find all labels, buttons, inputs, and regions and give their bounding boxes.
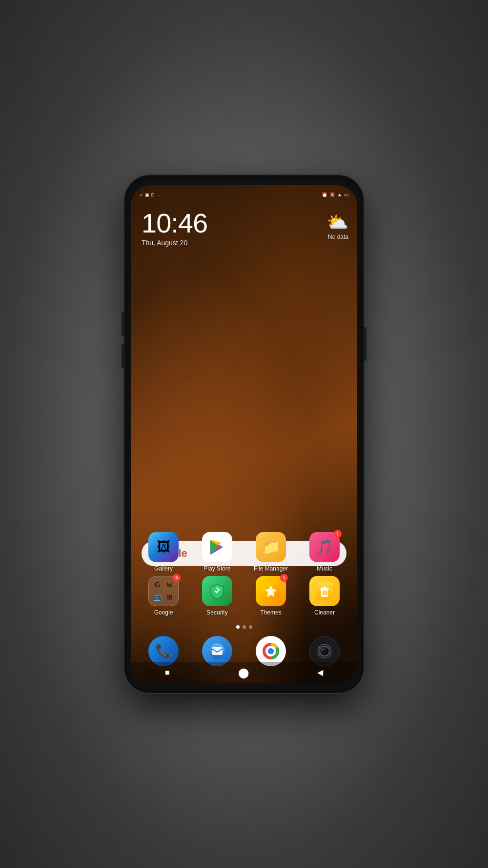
clock-area: 10:46 Thu, August 20 <box>142 210 207 247</box>
svg-rect-10 <box>212 647 223 655</box>
app-cleaner[interactable]: Cleaner <box>303 576 346 616</box>
weather-text: No data <box>328 233 348 240</box>
page-dots <box>131 625 357 629</box>
themes-label: Themes <box>260 609 281 616</box>
sim-icon: ▣ <box>145 192 149 197</box>
clock-time: 10:46 <box>142 210 207 237</box>
phone-screen: ✓ ▣ ⊡ ··· ⏰ 🔇 ▲ ▭ 10:46 Thu, August 20 ⛅… <box>131 185 357 683</box>
playstore-label: Play Store <box>203 565 230 572</box>
filemanager-label: File Manager <box>254 565 288 572</box>
weather-icon: ⛅ <box>326 212 348 233</box>
google-label: Google <box>154 609 173 616</box>
music-badge: 1 <box>334 530 342 538</box>
nav-home-button[interactable]: ⬤ <box>234 663 253 682</box>
nav-back-button[interactable]: ◀ <box>313 664 327 681</box>
more-icon: ··· <box>156 192 160 197</box>
power-button[interactable] <box>364 327 366 361</box>
app-grid: 🖼 Gallery <box>131 532 357 620</box>
volume-down-button[interactable] <box>122 344 124 368</box>
svg-rect-7 <box>325 591 325 595</box>
svg-rect-4 <box>320 588 329 590</box>
cleaner-label: Cleaner <box>314 609 335 616</box>
alarm-icon: ⏰ <box>322 192 327 197</box>
svg-point-21 <box>324 644 325 645</box>
app-row-2: G ✉ 📺 ⊞ 9 Google <box>137 576 351 616</box>
app-playstore[interactable]: Play Store <box>196 532 239 572</box>
svg-point-26 <box>319 647 320 648</box>
google-badge: 9 <box>173 574 181 582</box>
gallery-label: Gallery <box>154 565 173 572</box>
notification-dot-icon: ⊡ <box>151 192 155 197</box>
page-dot-2 <box>243 625 246 629</box>
mute-icon: 🔇 <box>329 192 335 197</box>
svg-rect-8 <box>326 591 327 595</box>
svg-point-14 <box>268 648 274 654</box>
status-left: ✓ ▣ ⊡ ··· <box>140 192 160 197</box>
security-label: Security <box>206 609 227 616</box>
page-dot-3 <box>249 625 252 629</box>
app-google-folder[interactable]: G ✉ 📺 ⊞ 9 Google <box>142 576 185 616</box>
svg-rect-5 <box>323 587 326 588</box>
app-filemanager[interactable]: 📁 File Manager <box>249 532 292 572</box>
wifi-icon: ▲ <box>337 192 342 197</box>
security-icon <box>202 576 232 606</box>
clock-date: Thu, August 20 <box>142 239 207 247</box>
nav-recents-button[interactable]: ■ <box>161 664 174 681</box>
svg-point-20 <box>322 649 324 651</box>
svg-point-24 <box>324 656 325 658</box>
themes-badge: 1 <box>280 574 288 582</box>
volume-up-button[interactable] <box>122 312 124 337</box>
app-row-1: 🖼 Gallery <box>137 532 351 572</box>
gallery-icon: 🖼 <box>148 532 179 562</box>
page-dot-1 <box>236 625 240 629</box>
svg-rect-6 <box>323 591 324 595</box>
filemanager-icon: 📁 <box>256 532 286 562</box>
app-themes[interactable]: 1 Themes <box>249 576 292 616</box>
cleaner-icon <box>309 576 340 606</box>
music-label: Music <box>317 565 332 572</box>
nav-bar: ■ ⬤ ◀ <box>131 662 357 683</box>
status-bar: ✓ ▣ ⊡ ··· ⏰ 🔇 ▲ ▭ <box>131 185 357 205</box>
app-gallery[interactable]: 🖼 Gallery <box>142 532 185 572</box>
phone-outer: ✓ ▣ ⊡ ··· ⏰ 🔇 ▲ ▭ 10:46 Thu, August 20 ⛅… <box>124 175 364 693</box>
svg-point-22 <box>329 647 331 648</box>
status-right: ⏰ 🔇 ▲ ▭ <box>322 192 348 197</box>
svg-point-25 <box>319 654 320 655</box>
battery-icon: ▭ <box>344 192 348 197</box>
weather-widget: ⛅ No data <box>326 212 348 240</box>
app-music[interactable]: 🎵 1 Music <box>303 532 346 572</box>
app-security[interactable]: Security <box>196 576 239 616</box>
svg-point-23 <box>329 654 331 655</box>
check-circle-icon: ✓ <box>140 192 143 197</box>
status-left-icons: ✓ ▣ ⊡ ··· <box>140 192 160 197</box>
playstore-icon <box>202 532 232 562</box>
